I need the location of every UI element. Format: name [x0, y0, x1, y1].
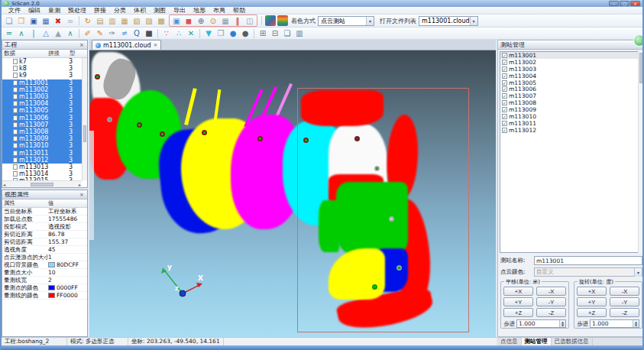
view-cube-back-icon[interactable]: ▥ [107, 15, 118, 26]
station-checkbox[interactable]: ✓ [502, 107, 507, 112]
station-list-item[interactable]: ✓m113005 [500, 79, 642, 86]
window-split-icon[interactable]: ⊞ [257, 28, 268, 39]
profile-grid-icon[interactable]: ▦ [220, 15, 231, 26]
save-icon[interactable]: ▣ [28, 15, 39, 26]
notification-balloon-icon[interactable]: … [633, 34, 644, 47]
tree-item[interactable]: k93 [2, 72, 87, 79]
measure-distance-icon[interactable]: ≠ [119, 28, 130, 39]
rotate-minus-y-button[interactable]: -Y [610, 297, 639, 306]
rotate-plus-x-button[interactable]: +X [577, 287, 607, 296]
magnifier-icon[interactable]: Q [131, 28, 142, 39]
view-cube-left-icon[interactable]: ▦ [119, 15, 130, 26]
minimize-button[interactable]: ─ [609, 1, 619, 6]
spinner-icon[interactable]: ▲▼ [633, 320, 639, 327]
station-checkbox[interactable]: ✓ [502, 80, 507, 86]
refresh-icon[interactable]: ↻ [83, 15, 93, 26]
select-filled-icon[interactable]: ◼ [183, 15, 194, 26]
project-horizontal-scrollbar[interactable]: ◂ ▸ [2, 180, 82, 187]
window-tile-icon[interactable]: ▥ [294, 28, 305, 39]
cloud-document-tab[interactable]: m113001.cloud × [92, 40, 161, 50]
station-list-item[interactable]: ✓m113009 [500, 106, 642, 113]
rotate-plus-z-button[interactable]: +Z [577, 308, 607, 317]
tree-item[interactable]: m1130083 [2, 128, 87, 135]
chevron-down-icon[interactable]: ▾ [634, 268, 642, 277]
tree-item[interactable]: k73 [2, 58, 87, 65]
measure-horizontal-icon[interactable]: = [4, 28, 15, 39]
save-project-icon[interactable]: ▦ [40, 15, 51, 26]
menu-item-2[interactable]: 量测 [44, 7, 64, 15]
menu-item-4[interactable]: 拼接 [90, 7, 110, 15]
view-cube-right-icon[interactable]: ▧ [131, 15, 142, 26]
menu-item-6[interactable]: 体积 [130, 7, 150, 15]
rotate-step-input[interactable]: 1.000 ▲▼ [590, 319, 639, 328]
tree-item[interactable]: m1130073 [2, 122, 87, 128]
palette-icon[interactable] [265, 15, 276, 26]
shading-mode-combo[interactable]: 点云测站▾ [318, 16, 374, 26]
station-list-item[interactable]: ✓m113010 [500, 113, 642, 120]
scroll-left-icon[interactable]: ◂ [3, 182, 5, 187]
tree-item[interactable]: m1130113 [2, 149, 87, 156]
translate-plus-x-button[interactable]: +X [503, 287, 533, 296]
station-name-input[interactable]: m113001 [534, 256, 642, 265]
scroll-thumb[interactable] [83, 125, 86, 142]
triangle-filled-icon[interactable]: ▲ [53, 28, 63, 39]
pause-selection-icon[interactable]: ‖ [232, 15, 243, 26]
new-file-icon[interactable]: ❏ [4, 15, 15, 26]
station-list-item[interactable]: ✓m113007 [500, 92, 642, 99]
station-list-item[interactable]: ✓m113004 [500, 73, 642, 79]
chevron-down-icon[interactable]: ▾ [470, 17, 477, 25]
view-cube-top-icon[interactable]: ▨ [144, 15, 154, 26]
tree-item[interactable]: m1130093 [2, 135, 87, 142]
station-checkbox[interactable]: ✓ [502, 114, 507, 119]
menu-item-8[interactable]: 导出 [170, 7, 189, 15]
pen-icon[interactable]: ✎ [95, 28, 105, 39]
points-red-icon[interactable]: ∵ [161, 28, 172, 39]
station-checkbox[interactable]: ✓ [502, 73, 507, 79]
menu-item-11[interactable]: 帮助 [229, 7, 249, 15]
translate-minus-z-button[interactable]: -Z [536, 308, 566, 317]
spinner-icon[interactable]: ▲▼ [559, 320, 565, 327]
open-file-list-combo[interactable]: m113001.cloud▾ [419, 16, 478, 26]
station-checkbox[interactable]: ✓ [502, 53, 507, 58]
tree-item[interactable]: m1130123 [2, 157, 87, 164]
maximize-button[interactable]: □ [620, 1, 629, 6]
link-icon[interactable]: ∞ [65, 15, 76, 26]
station-checkbox[interactable]: ✓ [502, 60, 507, 65]
tree-item[interactable]: m1130013 [2, 79, 87, 86]
tree-item[interactable]: m1130063 [2, 115, 87, 122]
triangle-outline-icon[interactable]: △ [40, 28, 51, 39]
station-checkbox[interactable]: ✓ [502, 128, 507, 133]
translate-minus-x-button[interactable]: -X [536, 287, 566, 296]
project-panel-close-icon[interactable]: × [79, 42, 85, 48]
frame-view-icon[interactable]: ◫ [244, 15, 255, 26]
station-checkbox[interactable]: ✓ [502, 93, 507, 99]
zoom-fit-icon[interactable]: ⊙ [208, 15, 218, 26]
tree-item[interactable]: m1130133 [2, 164, 87, 170]
rainbow-icon[interactable] [277, 15, 288, 26]
select-rect-icon[interactable]: ▣ [171, 15, 182, 26]
translate-plus-z-button[interactable]: +Z [503, 308, 533, 317]
station-checkbox[interactable]: ✓ [502, 100, 507, 105]
view-properties-close-icon[interactable]: × [79, 192, 85, 198]
pick-point-icon[interactable]: ✑ [107, 28, 118, 39]
cone-icon[interactable]: ▼ [203, 28, 214, 39]
bottom-tab-1[interactable]: 测站管理 [522, 338, 552, 345]
translate-step-input[interactable]: 1.000 ▲▼ [516, 319, 566, 328]
measure-vertical-icon[interactable]: | [28, 28, 39, 39]
menu-item-3[interactable]: 预处理 [64, 7, 90, 15]
bottom-tab-0[interactable]: 点信息 [497, 338, 522, 345]
translate-minus-y-button[interactable]: -Y [536, 297, 566, 306]
station-list-scrollbar[interactable] [638, 51, 643, 253]
point-cloud-viewport[interactable]: y X z [89, 50, 496, 337]
station-list-item[interactable]: ✓m113003 [500, 66, 642, 73]
rotate-minus-x-button[interactable]: -X [610, 287, 639, 296]
sphere-blue-icon[interactable]: ● [228, 28, 238, 39]
menu-item-7[interactable]: 测图 [150, 7, 170, 15]
station-list-item[interactable]: ✓m113012 [500, 127, 642, 134]
menu-item-1[interactable]: 编辑 [24, 7, 44, 15]
measure-polyline-icon[interactable]: ∧ [16, 28, 27, 39]
tree-item[interactable]: m1130053 [2, 107, 87, 114]
view-cube-front-icon[interactable]: ▤ [95, 15, 105, 26]
tree-item[interactable]: m1130033 [2, 93, 87, 100]
station-list-item[interactable]: ✓m113008 [500, 99, 642, 106]
